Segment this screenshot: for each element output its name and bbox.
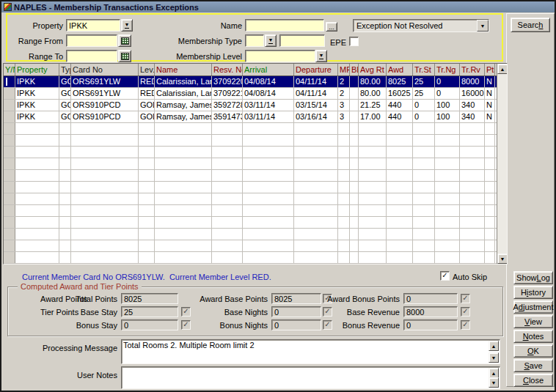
scroll-down-icon: ▼: [500, 256, 505, 262]
bonus-nights-field[interactable]: [271, 319, 321, 330]
table-cell: [387, 229, 413, 240]
table-row[interactable]: IPKKGCORS910PCDGOLDRamsay, James35914730…: [4, 111, 497, 123]
table-cell: 8025: [387, 76, 413, 87]
table-cell: Ramsay, James: [155, 111, 212, 122]
grid-vertical-scrollbar[interactable]: ▲ ▼: [497, 64, 507, 264]
table-cell: ORS691YLW: [71, 88, 139, 99]
table-cell: 17.00: [359, 111, 387, 122]
scroll-up-icon: ▲: [500, 67, 505, 72]
table-cell: 2: [338, 76, 350, 87]
search-button[interactable]: Search: [511, 18, 550, 32]
table-row[interactable]: [4, 158, 497, 170]
user-notes-box[interactable]: ▲ ▼: [121, 366, 500, 389]
table-row[interactable]: IPKKGCORS691YLWREDCalarissian, Lando3709…: [4, 88, 497, 100]
table-cell: [359, 240, 387, 251]
property-input[interactable]: [66, 19, 120, 32]
membership-type-lov-button[interactable]: ▼: [265, 34, 277, 47]
table-cell: Calarissian, Lando: [155, 76, 212, 87]
name-lookup-button[interactable]: ...: [326, 22, 337, 32]
table-cell: [338, 147, 350, 158]
scroll-up-button[interactable]: ▲: [489, 368, 499, 378]
table-row[interactable]: [4, 170, 497, 182]
table-cell: [59, 170, 71, 181]
table-cell: 80.00: [359, 88, 387, 99]
table-row[interactable]: [4, 252, 497, 264]
scroll-up-button[interactable]: ▲: [489, 341, 499, 351]
close-button[interactable]: Close: [513, 374, 553, 387]
range-to-label: Range To: [7, 52, 63, 62]
scroll-up-button[interactable]: ▲: [497, 64, 508, 74]
total-points-field[interactable]: [121, 293, 178, 304]
processing-message-box[interactable]: Total Rooms 2. Multiple Room limit 2 ▲ ▼: [121, 339, 500, 364]
table-row[interactable]: [4, 135, 497, 147]
range-from-input[interactable]: [66, 34, 117, 47]
award-base-points-field[interactable]: [271, 293, 321, 304]
table-cell: [71, 240, 139, 251]
table-row[interactable]: IPKKGCORS910PCDGOLDRamsay, James35927280…: [4, 100, 497, 111]
table-cell: [59, 229, 71, 240]
base-stay-field[interactable]: [121, 306, 178, 317]
notes-button[interactable]: Notes: [513, 330, 553, 343]
table-row[interactable]: [4, 240, 497, 252]
table-cell: [485, 240, 495, 251]
property-lov-button[interactable]: ▼: [121, 19, 133, 32]
scroll-down-button[interactable]: ▼: [497, 254, 508, 264]
show-log-button[interactable]: Show Log: [513, 271, 553, 284]
adjustment-button[interactable]: Adjustment: [513, 300, 553, 314]
scroll-down-button[interactable]: ▼: [489, 377, 499, 388]
ok-button[interactable]: OK: [513, 344, 553, 358]
range-to-calendar-button[interactable]: [118, 50, 131, 62]
table-row[interactable]: [4, 193, 497, 205]
membership-level-lov-button[interactable]: ▼: [315, 50, 327, 62]
table-cell: [155, 147, 212, 158]
base-nights-field[interactable]: [271, 306, 321, 317]
table-cell: 0: [413, 100, 435, 111]
membership-type-code-input[interactable]: [245, 34, 264, 47]
table-cell: [294, 240, 338, 251]
range-to-input[interactable]: [66, 50, 117, 62]
bonus-stay-field[interactable]: [121, 319, 178, 330]
table-cell: 2: [338, 88, 350, 99]
history-button[interactable]: History: [513, 286, 553, 299]
auto-skip-checkbox[interactable]: ✓: [440, 271, 450, 281]
epe-checkbox[interactable]: [349, 37, 359, 46]
table-row[interactable]: [4, 229, 497, 240]
table-row[interactable]: [4, 182, 497, 193]
table-cell: 04/11/14: [294, 76, 338, 87]
award-bonus-points-field[interactable]: [403, 293, 458, 304]
user-notes-label: User Notes: [29, 371, 117, 380]
table-cell: [413, 123, 435, 134]
table-cell: [387, 217, 413, 228]
range-from-calendar-button[interactable]: [118, 34, 131, 47]
table-cell: [212, 123, 243, 134]
name-input[interactable]: [245, 19, 324, 32]
membership-level-input[interactable]: [245, 50, 315, 62]
title-bar[interactable]: NAPLES - Membership Transactions Excepti…: [1, 1, 555, 12]
table-cell: [485, 193, 495, 204]
exception-status-select[interactable]: Exception Not Resolved ▼: [353, 19, 489, 32]
table-cell: [294, 229, 338, 240]
table-row[interactable]: [4, 147, 497, 158]
dropdown-arrow-icon[interactable]: ▼: [477, 20, 489, 32]
lov-arrow-icon: ▼: [125, 22, 130, 29]
table-cell: [4, 135, 15, 146]
table-cell: [435, 229, 460, 240]
table-row[interactable]: IPKKGCORS691YLWREDCalarissian, Lando3709…: [4, 76, 497, 88]
table-cell: [139, 147, 155, 158]
table-cell: 440: [387, 100, 413, 111]
table-cell: 8000: [460, 76, 485, 87]
bonus-revenue-field[interactable]: [403, 319, 458, 330]
view-button[interactable]: View: [513, 315, 553, 328]
base-revenue-field[interactable]: [403, 306, 458, 317]
table-cell: [485, 217, 495, 228]
table-cell: [139, 158, 155, 169]
scroll-down-button[interactable]: ▼: [489, 352, 499, 363]
membership-type-name-input[interactable]: [279, 34, 325, 47]
save-button[interactable]: Save: [513, 359, 553, 372]
table-row[interactable]: [4, 123, 497, 135]
table-cell: [71, 135, 139, 146]
table-cell: [155, 123, 212, 134]
table-row[interactable]: [4, 205, 497, 217]
table-cell: [59, 158, 71, 169]
table-row[interactable]: [4, 217, 497, 229]
